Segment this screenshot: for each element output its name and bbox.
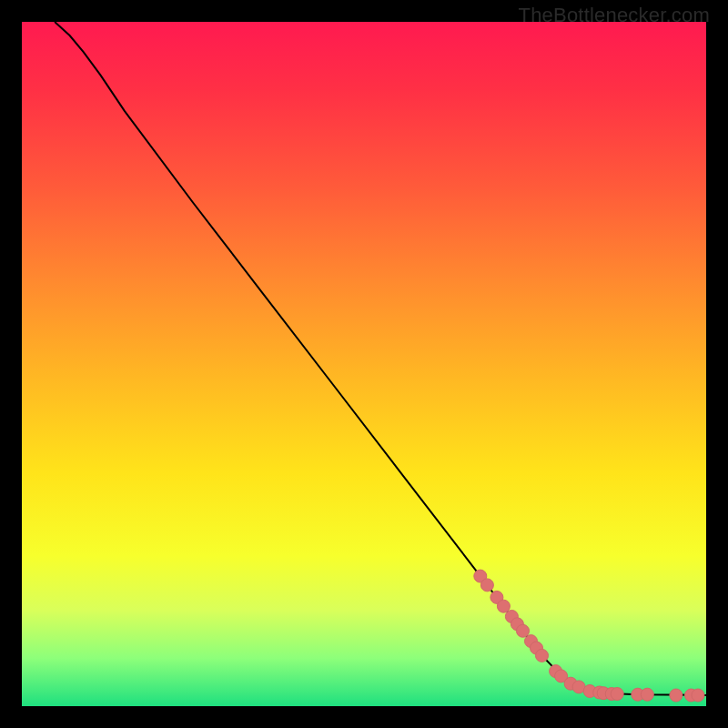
curve-marker: [517, 624, 530, 637]
curve-marker: [536, 649, 549, 662]
curve-markers: [474, 570, 704, 702]
curve-marker: [692, 689, 704, 702]
chart-svg: [22, 22, 706, 706]
curve-marker: [480, 579, 493, 592]
chart-frame: TheBottlenecker.com: [0, 0, 728, 728]
bottleneck-curve: [55, 22, 706, 695]
curve-marker: [497, 600, 510, 612]
curve-marker: [611, 688, 623, 701]
watermark-text: TheBottlenecker.com: [519, 4, 710, 27]
curve-marker: [670, 689, 682, 702]
plot-area: [22, 22, 706, 706]
curve-marker: [641, 688, 653, 701]
